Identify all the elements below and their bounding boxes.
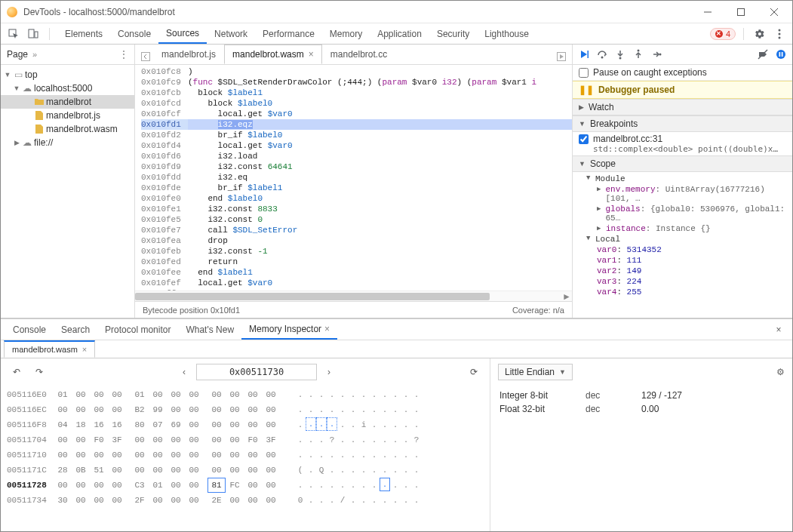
local-var2[interactable]: var2: 149 — [597, 266, 792, 276]
svg-point-13 — [601, 57, 604, 59]
breakpoint-title: mandelbrot.cc:31 — [593, 134, 782, 144]
devtools-icon — [7, 7, 17, 17]
tree-item-mandelbrot[interactable]: mandelbrot — [1, 95, 134, 109]
tree-item-mandelbrot-wasm[interactable]: mandelbrot.wasm — [1, 122, 134, 136]
window-close[interactable] — [758, 2, 791, 23]
nav-back-icon[interactable] — [138, 49, 153, 64]
source-pane: mandelbrot.jsmandelbrot.wasm×mandelbrot.… — [135, 45, 572, 318]
main-tab-sources[interactable]: Sources — [158, 23, 207, 44]
step-icon[interactable] — [648, 46, 665, 63]
navigator-menu-icon[interactable]: ⋮ — [119, 49, 128, 60]
hex-grid[interactable]: 005116E0010000000100000000000000........… — [1, 386, 490, 509]
run-snippet-icon[interactable] — [554, 49, 569, 64]
drawer-tab-what-s-new[interactable]: What's New — [178, 319, 241, 340]
local-var1[interactable]: var1: 111 — [597, 255, 792, 266]
svg-rect-10 — [142, 53, 150, 61]
drawer-tab-memory-inspector[interactable]: Memory Inspector× — [241, 319, 337, 340]
scope-env-memory[interactable]: ▶env.memory: Uint8Array(16777216) [101, … — [594, 184, 792, 204]
scope-local[interactable]: ▼Local — [583, 234, 792, 244]
horizontal-scrollbar[interactable]: ◄ ► — [135, 291, 572, 301]
svg-point-16 — [659, 54, 662, 56]
main-tab-memory[interactable]: Memory — [322, 23, 370, 44]
undo-icon[interactable]: ↶ — [8, 364, 25, 380]
debugger-pane: Pause on caught exceptions ❚❚Debugger pa… — [572, 45, 792, 318]
step-out-icon[interactable] — [630, 46, 647, 63]
scope-section[interactable]: ▼Scope — [573, 155, 792, 172]
close-icon[interactable]: × — [324, 324, 330, 334]
window-title: DevTools - localhost:5000/mandelbrot — [23, 7, 691, 17]
source-tab-mandelbrot-js[interactable]: mandelbrot.js — [153, 45, 224, 64]
window-minimize[interactable] — [691, 2, 724, 23]
redo-icon[interactable]: ↷ — [31, 364, 48, 380]
debugger-paused-banner: ❚❚Debugger paused — [573, 81, 792, 99]
drawer-tab-console[interactable]: Console — [5, 319, 54, 340]
local-var0[interactable]: var0: 5314352 — [597, 244, 792, 255]
source-tab-mandelbrot-cc[interactable]: mandelbrot.cc — [322, 45, 395, 64]
main-tab-performance[interactable]: Performance — [255, 23, 322, 44]
svg-rect-20 — [782, 52, 783, 57]
svg-rect-6 — [35, 32, 38, 38]
step-over-icon[interactable] — [594, 46, 610, 63]
addr-next-icon[interactable]: › — [321, 367, 337, 377]
value-row: Integer 8-bitdec129 / -127 — [499, 389, 783, 402]
pause-on-caught-checkbox[interactable] — [579, 68, 589, 78]
breakpoint-item[interactable]: mandelbrot.cc:31 std::complex<double> po… — [573, 132, 792, 155]
settings-gear-icon[interactable] — [752, 26, 768, 42]
error-badge[interactable]: ✕4 — [710, 28, 736, 40]
svg-point-7 — [779, 29, 781, 31]
main-tab-lighthouse[interactable]: Lighthouse — [477, 23, 536, 44]
coverage-status: Coverage: n/a — [512, 306, 564, 315]
svg-point-8 — [779, 32, 781, 35]
svg-point-18 — [776, 50, 785, 59]
scope-module[interactable]: ▼Module — [583, 174, 792, 184]
svg-rect-1 — [738, 8, 745, 15]
watch-section[interactable]: ▶Watch — [573, 99, 792, 115]
svg-point-9 — [779, 36, 781, 38]
device-icon[interactable] — [25, 26, 41, 42]
deactivate-breakpoints-icon[interactable] — [755, 46, 771, 63]
inspect-icon[interactable] — [5, 26, 22, 42]
value-row: Float 32-bitdec0.00 — [499, 402, 783, 416]
scope-globals[interactable]: ▶globals: {global0: 5306976, global1: 65… — [594, 204, 792, 223]
svg-rect-19 — [779, 52, 781, 57]
close-icon[interactable]: × — [82, 345, 87, 354]
main-tab-application[interactable]: Application — [370, 23, 429, 44]
resume-icon[interactable] — [576, 46, 592, 63]
svg-point-15 — [638, 50, 640, 52]
tree-host[interactable]: ▼☁localhost:5000 — [1, 81, 134, 95]
endian-select[interactable]: Little Endian▼ — [498, 364, 573, 380]
tree-file-scheme[interactable]: ▶☁file:// — [1, 136, 134, 149]
svg-rect-12 — [588, 51, 589, 58]
scope-instance[interactable]: ▶instance: Instance {} — [594, 223, 792, 234]
drawer-tab-search[interactable]: Search — [54, 319, 97, 340]
drawer-tab-protocol-monitor[interactable]: Protocol monitor — [97, 319, 178, 340]
addr-prev-icon[interactable]: ‹ — [177, 367, 192, 377]
svg-rect-5 — [29, 29, 34, 38]
navigator-more-icon[interactable]: » — [32, 50, 37, 59]
address-input[interactable] — [196, 364, 317, 380]
breakpoint-checkbox[interactable] — [579, 134, 589, 144]
pause-exceptions-icon[interactable] — [773, 46, 789, 63]
window-maximize[interactable] — [724, 2, 758, 23]
main-tab-elements[interactable]: Elements — [57, 23, 110, 44]
tree-item-mandelbrot-js[interactable]: mandelbrot.js — [1, 109, 134, 122]
drawer-close-icon[interactable]: × — [770, 324, 788, 335]
navigator-tab-page[interactable]: Page — [7, 49, 28, 60]
local-var4[interactable]: var4: 255 — [597, 287, 792, 297]
memory-subtab[interactable]: mandelbrot.wasm× — [4, 340, 95, 358]
main-tab-security[interactable]: Security — [429, 23, 477, 44]
source-tab-mandelbrot-wasm[interactable]: mandelbrot.wasm× — [224, 45, 322, 64]
close-icon[interactable]: × — [309, 49, 314, 60]
step-into-icon[interactable] — [612, 46, 629, 63]
bytecode-position: Bytecode position 0x10fd1 — [143, 306, 240, 315]
refresh-icon[interactable]: ⟳ — [466, 364, 482, 380]
tree-top[interactable]: ▼▭top — [1, 68, 134, 81]
more-icon[interactable] — [771, 26, 788, 42]
main-tab-console[interactable]: Console — [110, 23, 158, 44]
main-tab-network[interactable]: Network — [207, 23, 255, 44]
breakpoints-section[interactable]: ▼Breakpoints — [573, 115, 792, 132]
breakpoint-source: std::complex<double> point((double)x … — [593, 144, 782, 154]
pause-on-caught-row[interactable]: Pause on caught exceptions — [573, 65, 792, 81]
local-var3[interactable]: var3: 224 — [597, 276, 792, 287]
value-settings-icon[interactable]: ⚙ — [776, 367, 785, 377]
